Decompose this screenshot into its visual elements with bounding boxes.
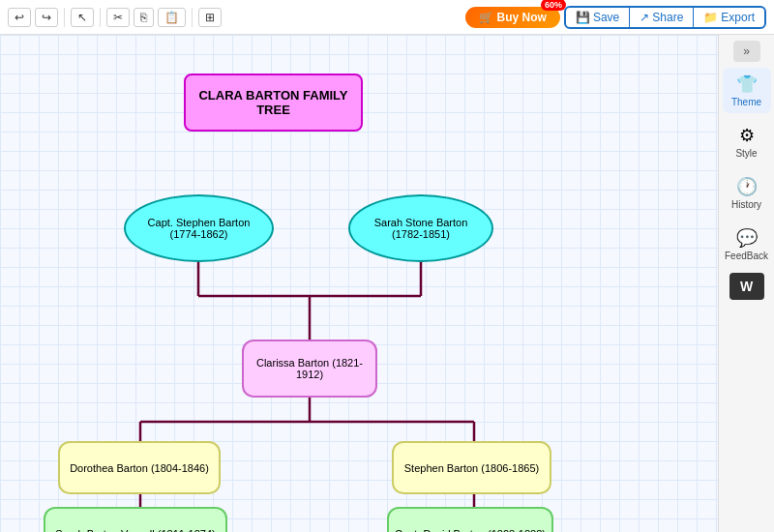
buy-now-badge: 60% [541, 0, 566, 11]
share-icon: ↗ [640, 11, 649, 24]
node-sarah-vassall[interactable]: Sarah Barton Vassall (1811-1874) [44, 507, 227, 532]
cut-button[interactable]: ✂ [106, 8, 130, 27]
export-button[interactable]: 📁 Export [694, 8, 764, 27]
sidebar-item-feedback[interactable]: 💬 FeedBack [723, 222, 771, 267]
cursor-button[interactable]: ↖ [71, 8, 94, 27]
title-box[interactable]: CLARA BARTON FAMILY TREE [184, 74, 363, 132]
node-stephen2-label: Stephen Barton (1806-1865) [404, 462, 539, 474]
title-text: CLARA BARTON FAMILY TREE [190, 88, 357, 117]
save-icon: 💾 [576, 11, 590, 24]
sidebar-item-history[interactable]: 🕐 History [723, 170, 771, 216]
node-david-label: Capt. David Barton (1808-1888) [395, 528, 546, 533]
theme-label: Theme [731, 97, 761, 107]
divider-3 [192, 8, 193, 27]
style-label: Style [735, 148, 757, 159]
redo-button[interactable]: ↪ [35, 8, 58, 27]
save-share-export-group: 💾 Save ↗ Share 📁 Export [564, 6, 766, 29]
buy-now-button[interactable]: 🛒 Buy Now 60% [465, 7, 560, 28]
history-label: History [731, 199, 761, 210]
node-stephen-barton-2[interactable]: Stephen Barton (1806-1865) [392, 441, 551, 494]
node-david-barton[interactable]: Capt. David Barton (1808-1888) [387, 507, 553, 532]
history-icon: 🕐 [736, 176, 758, 197]
node-sarah-stone-label: Sarah Stone Barton(1782-1851) [374, 217, 468, 240]
node-clarissa-barton[interactable]: Clarissa Barton (1821-1912) [242, 340, 377, 398]
paste-button[interactable]: 📋 [158, 8, 186, 27]
export-icon: 📁 [703, 11, 718, 24]
node-dorothea-label: Dorothea Barton (1804-1846) [70, 462, 209, 474]
copy-button[interactable]: ⎘ [134, 8, 154, 27]
toolbar-left: ↩ ↪ ↖ ✂ ⎘ 📋 ⊞ [8, 8, 460, 27]
feedback-label: FeedBack [725, 251, 768, 261]
node-dorothea-barton[interactable]: Dorothea Barton (1804-1846) [58, 441, 221, 494]
w-badge[interactable]: W [729, 273, 764, 300]
toolbar-right: 🛒 Buy Now 60% 💾 Save ↗ Share 📁 Export [465, 6, 766, 29]
export-label: Export [721, 11, 755, 24]
save-button[interactable]: 💾 Save [566, 8, 630, 27]
right-sidebar: » 👕 Theme ⚙ Style 🕐 History 💬 FeedBack W [718, 35, 774, 532]
node-sarah-stone-barton[interactable]: Sarah Stone Barton(1782-1851) [348, 194, 493, 262]
sidebar-item-theme[interactable]: 👕 Theme [723, 68, 771, 113]
feedback-icon: 💬 [736, 227, 758, 249]
sidebar-collapse-button[interactable]: » [733, 41, 760, 62]
grid-button[interactable]: ⊞ [198, 8, 222, 27]
save-label: Save [593, 11, 619, 24]
w-label: W [740, 279, 753, 294]
node-clarissa-label: Clarissa Barton (1821-1912) [250, 357, 370, 380]
node-stephen-label: Capt. Stephen Barton(1774-1862) [148, 217, 251, 240]
share-label: Share [652, 11, 683, 24]
share-button[interactable]: ↗ Share [630, 8, 694, 27]
style-icon: ⚙ [739, 125, 755, 146]
undo-button[interactable]: ↩ [8, 8, 31, 27]
canvas-area[interactable]: CLARA BARTON FAMILY TREE Capt. Stephen B… [0, 35, 718, 532]
node-sarah-vassall-label: Sarah Barton Vassall (1811-1874) [55, 528, 216, 533]
theme-icon: 👕 [736, 74, 758, 95]
node-stephen-barton[interactable]: Capt. Stephen Barton(1774-1862) [124, 194, 274, 262]
collapse-icon: » [743, 44, 750, 58]
main-area: CLARA BARTON FAMILY TREE Capt. Stephen B… [0, 35, 774, 532]
divider-2 [100, 8, 101, 27]
toolbar: ↩ ↪ ↖ ✂ ⎘ 📋 ⊞ 🛒 Buy Now 60% 💾 Save ↗ Sha… [0, 0, 774, 35]
buy-now-label: 🛒 Buy Now [479, 11, 547, 24]
divider-1 [64, 8, 65, 27]
sidebar-item-style[interactable]: ⚙ Style [723, 119, 771, 164]
